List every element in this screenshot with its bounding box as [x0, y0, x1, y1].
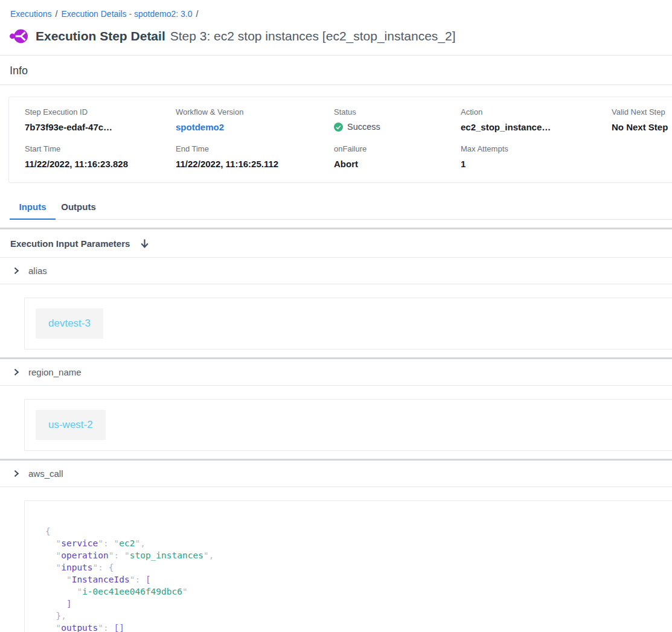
region-name-value-panel: us-west-2: [24, 399, 672, 451]
section-header-aws-call[interactable]: aws_call: [0, 461, 672, 487]
status-badge: Success: [334, 122, 461, 132]
field-label: Workflow & Version: [176, 107, 334, 117]
section-label: aws_call: [28, 468, 63, 479]
section-label: alias: [28, 266, 47, 276]
field-label: Action: [461, 107, 612, 117]
field-value: ec2_stop_instance…: [461, 122, 612, 132]
download-arrow-icon[interactable]: [139, 238, 150, 249]
field-label: Start Time: [25, 144, 176, 153]
field-label: End Time: [176, 144, 334, 153]
field-value: 11/22/2022, 11:16:25.112: [176, 159, 334, 169]
field-status: Status Success: [334, 107, 461, 132]
field-workflow-version: Workflow & Version spotdemo2: [176, 107, 334, 132]
field-label: onFailure: [334, 144, 461, 153]
chevron-right-icon[interactable]: [12, 266, 21, 275]
breadcrumb-separator: /: [55, 9, 57, 19]
section-header-region-name[interactable]: region_name: [0, 359, 672, 385]
breadcrumb-link-execution-details[interactable]: Execution Details - spotdemo2: 3.0: [61, 9, 192, 19]
field-on-failure: onFailure Abort: [334, 144, 461, 169]
aws-call-code-panel: { "service": "ec2", "operation": "stop_i…: [24, 500, 672, 632]
info-card: Step Execution ID 7b73f93e-edaf-47c… Wor…: [8, 97, 672, 183]
field-end-time: End Time 11/22/2022, 11:16:25.112: [176, 144, 334, 169]
page-header: Execution Step Detail Step 3: ec2 stop i…: [10, 27, 672, 45]
section-header-alias[interactable]: alias: [0, 258, 672, 284]
region-name-value-badge: us-west-2: [36, 410, 106, 440]
alias-value-panel: devtest-3: [24, 298, 672, 350]
field-value: 7b73f93e-edaf-47c…: [25, 122, 176, 132]
chevron-right-icon[interactable]: [12, 368, 21, 377]
workflow-branch-icon: [10, 27, 28, 45]
divider: [0, 487, 672, 487]
field-label: Step Execution ID: [25, 107, 176, 117]
section-label: region_name: [28, 367, 82, 377]
field-value: 11/22/2022, 11:16:23.828: [25, 159, 176, 169]
field-value: No Next Step: [612, 122, 672, 132]
field-label: Status: [334, 107, 461, 117]
success-check-icon: [334, 123, 343, 132]
workflow-link[interactable]: spotdemo2: [176, 122, 224, 132]
spacer: [0, 220, 672, 228]
field-valid-next-step: Valid Next Step No Next Step: [612, 107, 672, 132]
execution-input-parameters-title: Execution Input Parameters: [10, 238, 130, 249]
divider: [0, 385, 672, 386]
status-text: Success: [347, 122, 380, 132]
alias-value-badge: devtest-3: [36, 308, 103, 339]
aws-call-code: { "service": "ec2", "operation": "stop_i…: [45, 525, 672, 632]
tab-inputs[interactable]: Inputs: [10, 198, 56, 220]
breadcrumb: Executions/Execution Details - spotdemo2…: [0, 0, 672, 19]
tab-bar: Inputs Outputs: [10, 198, 672, 220]
field-value: Abort: [334, 159, 461, 169]
divider: [0, 284, 672, 284]
field-value: 1: [461, 159, 612, 169]
field-action: Action ec2_stop_instance…: [461, 107, 612, 132]
execution-input-parameters-header: Execution Input Parameters: [0, 229, 672, 257]
breadcrumb-link-executions[interactable]: Executions: [10, 9, 51, 19]
field-label: Valid Next Step: [612, 107, 672, 117]
field-max-attempts: Max Attempts 1: [461, 144, 612, 169]
page-subtitle: Step 3: ec2 stop instances [ec2_stop_ins…: [170, 29, 456, 43]
field-step-execution-id: Step Execution ID 7b73f93e-edaf-47c…: [25, 107, 176, 132]
field-label: Max Attempts: [461, 144, 612, 153]
breadcrumb-separator: /: [196, 9, 199, 19]
divider: [0, 85, 672, 85]
info-heading: Info: [0, 56, 672, 85]
tab-outputs[interactable]: Outputs: [56, 198, 101, 219]
page-title: Execution Step Detail: [36, 29, 165, 43]
field-start-time: Start Time 11/22/2022, 11:16:23.828: [25, 144, 176, 169]
chevron-right-icon[interactable]: [12, 469, 21, 478]
